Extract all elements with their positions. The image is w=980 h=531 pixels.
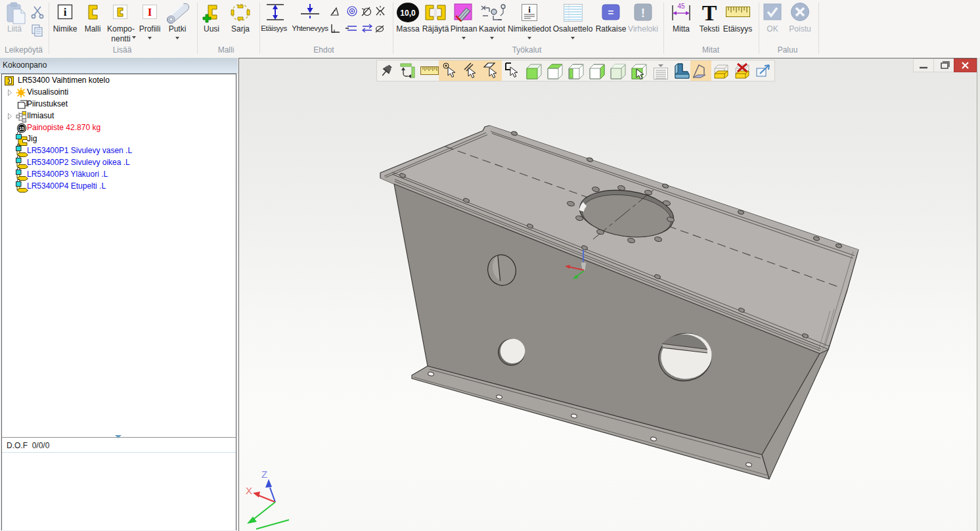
svg-text:T: T	[702, 1, 717, 25]
svg-text:10: 10	[19, 126, 24, 131]
svg-text:10,0: 10,0	[400, 9, 416, 18]
svg-text:i: i	[528, 5, 531, 14]
svg-text:i: i	[64, 6, 67, 18]
svg-text:=: =	[608, 7, 614, 18]
svg-text:45: 45	[677, 3, 685, 10]
svg-text:!: !	[641, 6, 645, 20]
svg-text:I: I	[148, 6, 152, 18]
